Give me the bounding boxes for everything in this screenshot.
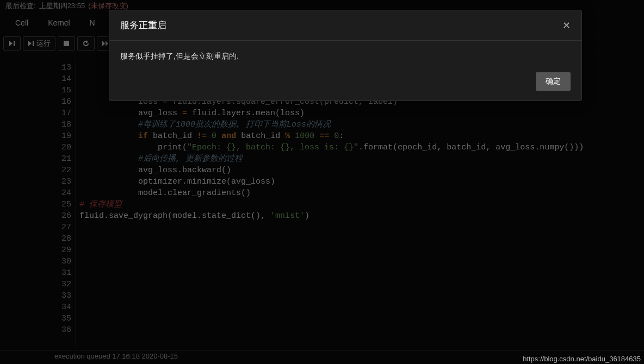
modal-title: 服务正重启	[120, 19, 166, 32]
close-icon: ✕	[562, 20, 571, 31]
watermark: https://blog.csdn.net/baidu_36184635	[523, 355, 641, 363]
modal-close-button[interactable]: ✕	[562, 20, 571, 32]
modal-body-text: 服务似乎挂掉了,但是会立刻重启的.	[120, 52, 239, 60]
modal-ok-label: 确定	[546, 77, 561, 85]
restart-modal: 服务正重启 ✕ 服务似乎挂掉了,但是会立刻重启的. 确定	[109, 10, 582, 101]
modal-ok-button[interactable]: 确定	[536, 72, 571, 91]
